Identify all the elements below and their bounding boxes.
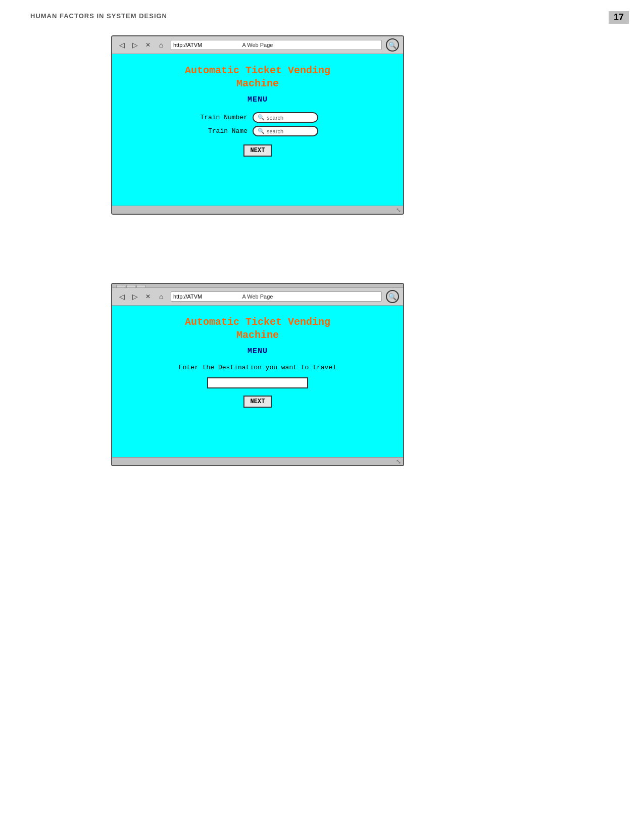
browser-tabs-2 bbox=[112, 284, 403, 288]
magnifier-icon-2: 🔍 bbox=[388, 293, 397, 301]
browser-toolbar-1: A Web Page ◁ ▷ ✕ ⌂ 🔍 bbox=[112, 36, 403, 54]
next-button-2[interactable]: NEXT bbox=[243, 396, 272, 408]
forward-button-1[interactable]: ▷ bbox=[129, 39, 140, 51]
atvm-title-1: Automatic Ticket Vending Machine bbox=[185, 64, 330, 90]
browser-tab-2[interactable] bbox=[126, 285, 135, 287]
search-icon-1: 🔍 bbox=[258, 114, 265, 121]
browser-title-1: A Web Page bbox=[242, 42, 273, 48]
browser-title-2: A Web Page bbox=[242, 293, 273, 300]
home-button-2[interactable]: ⌂ bbox=[156, 291, 167, 302]
browser-toolbar-2: A Web Page ◁ ▷ ✕ ⌂ 🔍 bbox=[112, 288, 403, 306]
browser-content-2: Automatic Ticket Vending Machine MENU En… bbox=[112, 306, 403, 457]
train-number-input[interactable]: 🔍 search bbox=[253, 112, 318, 123]
browser-statusbar-2: ⤡ bbox=[112, 457, 403, 465]
search-icon-2: 🔍 bbox=[258, 128, 265, 134]
next-button-1[interactable]: NEXT bbox=[243, 144, 272, 157]
train-name-row: Train Name 🔍 search bbox=[197, 126, 318, 136]
atvm-title-2: Automatic Ticket Vending Machine bbox=[185, 316, 330, 342]
menu-label-1: MENU bbox=[247, 95, 268, 104]
browser-content-1: Automatic Ticket Vending Machine MENU Tr… bbox=[112, 54, 403, 206]
forward-button-2[interactable]: ▷ bbox=[129, 291, 140, 302]
browser-tab-1[interactable] bbox=[116, 285, 125, 287]
browser-tab-3[interactable] bbox=[136, 285, 145, 287]
home-button-1[interactable]: ⌂ bbox=[156, 39, 167, 51]
train-number-search-text: search bbox=[267, 115, 283, 121]
browser-search-button-2[interactable]: 🔍 bbox=[386, 290, 399, 303]
resize-handle-2: ⤡ bbox=[396, 458, 401, 465]
train-name-input[interactable]: 🔍 search bbox=[253, 126, 318, 136]
train-fields: Train Number 🔍 search Train Name 🔍 searc… bbox=[197, 112, 318, 136]
browser-window-1: A Web Page ◁ ▷ ✕ ⌂ 🔍 Automatic Ticket Ve… bbox=[111, 35, 404, 215]
browser-window-2: A Web Page ◁ ▷ ✕ ⌂ 🔍 Automatic Ticket Ve… bbox=[111, 283, 404, 466]
train-name-label: Train Name bbox=[197, 127, 247, 135]
page-number: 17 bbox=[609, 11, 629, 24]
train-number-label: Train Number bbox=[197, 114, 247, 121]
browser-statusbar-1: ⤡ bbox=[112, 206, 403, 214]
back-button-2[interactable]: ◁ bbox=[116, 291, 127, 302]
train-number-row: Train Number 🔍 search bbox=[197, 112, 318, 123]
menu-label-2: MENU bbox=[247, 347, 268, 356]
page-header: HUMAN FACTORS IN SYSTEM DESIGN bbox=[30, 12, 167, 20]
url-bar-1[interactable] bbox=[171, 40, 382, 50]
url-bar-2[interactable] bbox=[171, 291, 382, 302]
browser-search-button-1[interactable]: 🔍 bbox=[386, 38, 399, 52]
back-button-1[interactable]: ◁ bbox=[116, 39, 127, 51]
destination-instruction: Enter the Destination you want to travel bbox=[179, 364, 336, 371]
resize-handle-1: ⤡ bbox=[396, 207, 401, 214]
stop-button-2[interactable]: ✕ bbox=[142, 291, 154, 302]
train-name-search-text: search bbox=[267, 128, 283, 134]
stop-button-1[interactable]: ✕ bbox=[142, 39, 154, 51]
magnifier-icon-1: 🔍 bbox=[388, 41, 397, 49]
destination-input[interactable] bbox=[207, 377, 308, 388]
